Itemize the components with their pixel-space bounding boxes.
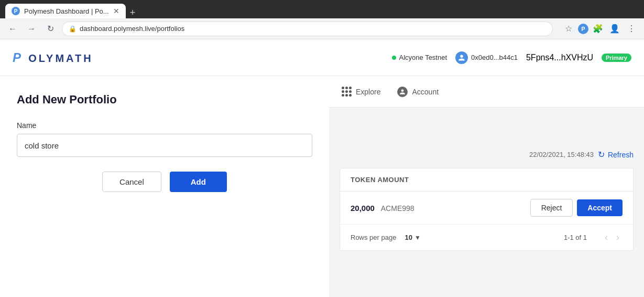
token-table: Token Amount 20,000 ACME998 Reject Accep… bbox=[340, 168, 634, 251]
refresh-button[interactable]: ↻ Refresh bbox=[598, 150, 634, 160]
polymath-logo: P OLYMATH bbox=[13, 50, 93, 65]
name-form-group: Name bbox=[17, 121, 312, 157]
account-nav-icon bbox=[397, 87, 408, 97]
profile-button[interactable]: 👤 bbox=[607, 22, 622, 36]
accept-cell: Accept bbox=[577, 199, 623, 216]
network-name: Alcyone Testnet bbox=[399, 54, 447, 61]
action-bar bbox=[340, 118, 634, 141]
pagination-row: Rows per page 10 ▼ 1-1 of 1 ‹ › bbox=[340, 225, 633, 250]
table-row: 20,000 ACME998 Reject Accept bbox=[340, 192, 633, 225]
token-amount-value: 20,000 bbox=[351, 204, 375, 213]
reject-button[interactable]: Reject bbox=[530, 199, 573, 217]
browser-toolbar: ← → ↻ 🔒 dashboard.polymesh.live/portfoli… bbox=[0, 18, 644, 39]
right-nav: Explore Account bbox=[329, 76, 644, 108]
lock-icon: 🔒 bbox=[69, 25, 77, 33]
url-text: dashboard.polymesh.live/portfolios bbox=[80, 25, 184, 33]
right-content: 22/02/2021, 15:48:43 ↻ Refresh Token Amo… bbox=[329, 108, 644, 297]
grid-icon bbox=[342, 87, 352, 97]
primary-badge: Primary bbox=[602, 54, 631, 62]
token-amount-header: Token Amount bbox=[351, 176, 623, 184]
explore-nav-item[interactable]: Explore bbox=[340, 82, 383, 101]
prev-page-button[interactable]: ‹ bbox=[602, 231, 611, 244]
rows-per-page-label: Rows per page bbox=[351, 234, 396, 241]
next-page-button[interactable]: › bbox=[613, 231, 623, 244]
header-right: Alcyone Testnet 0x0ed0...b44c1 5Fpns4...… bbox=[392, 51, 632, 64]
network-badge: Alcyone Testnet bbox=[392, 54, 447, 61]
logo-text: P OLYMATH bbox=[13, 50, 93, 65]
main-layout: Add New Portfolio Name Cancel Add Explor… bbox=[0, 76, 644, 297]
add-button[interactable]: Add bbox=[170, 172, 227, 192]
tab-favicon: P bbox=[12, 7, 20, 15]
browser-tabs: P Polymesh Dashboard | Po... ✕ + bbox=[5, 0, 139, 18]
timestamp-row: 22/02/2021, 15:48:43 ↻ Refresh bbox=[340, 150, 634, 160]
refresh-icon: ↻ bbox=[598, 150, 605, 160]
explore-label: Explore bbox=[356, 88, 380, 96]
account-icon bbox=[455, 51, 468, 64]
back-button[interactable]: ← bbox=[5, 22, 20, 36]
accept-button[interactable]: Accept bbox=[577, 199, 623, 216]
modal-title: Add New Portfolio bbox=[17, 93, 312, 107]
tab-close-button[interactable]: ✕ bbox=[113, 7, 119, 15]
rows-count-value: 10 bbox=[405, 234, 412, 241]
browser-chrome: P Polymesh Dashboard | Po... ✕ + bbox=[0, 0, 644, 18]
account-key: 5Fpns4...hXVHzU bbox=[526, 53, 593, 62]
network-status-dot bbox=[392, 56, 396, 60]
token-name-value: ACME998 bbox=[381, 204, 414, 213]
page-navigation: ‹ › bbox=[602, 231, 623, 244]
portfolio-name-input[interactable] bbox=[17, 134, 312, 157]
dropdown-chevron-icon: ▼ bbox=[414, 234, 421, 241]
account-nav-item[interactable]: Account bbox=[395, 82, 441, 101]
toolbar-right: ☆ P 🧩 👤 ⋮ bbox=[561, 22, 639, 36]
new-tab-button[interactable]: + bbox=[126, 7, 140, 18]
right-panel: Explore Account 22/02/2021, 15:48:43 ↻ R… bbox=[329, 76, 644, 297]
cancel-button[interactable]: Cancel bbox=[102, 172, 161, 192]
address-bar[interactable]: 🔒 dashboard.polymesh.live/portfolios bbox=[62, 22, 553, 36]
extensions-button[interactable]: 🧩 bbox=[591, 22, 605, 36]
tab-title: Polymesh Dashboard | Po... bbox=[24, 7, 109, 15]
timestamp: 22/02/2021, 15:48:43 bbox=[529, 151, 594, 158]
forward-button[interactable]: → bbox=[24, 22, 39, 36]
account-address-section: 0x0ed0...b44c1 bbox=[455, 51, 518, 64]
add-portfolio-modal: Add New Portfolio Name Cancel Add bbox=[0, 76, 329, 297]
menu-button[interactable]: ⋮ bbox=[624, 22, 639, 36]
name-label: Name bbox=[17, 121, 312, 130]
form-actions: Cancel Add bbox=[17, 172, 312, 192]
reject-cell: Reject bbox=[530, 199, 577, 217]
table-header: Token Amount bbox=[340, 168, 633, 192]
reload-button[interactable]: ↻ bbox=[43, 22, 58, 36]
bookmark-button[interactable]: ☆ bbox=[561, 22, 576, 36]
page-info: 1-1 of 1 bbox=[564, 234, 587, 241]
account-short-address: 0x0ed0...b44c1 bbox=[471, 54, 518, 61]
polymath-extension-icon[interactable]: P bbox=[578, 24, 588, 34]
account-label: Account bbox=[412, 88, 439, 96]
app-header: P OLYMATH Alcyone Testnet 0x0ed0...b44c1… bbox=[0, 39, 644, 76]
token-amount-cell: 20,000 ACME998 bbox=[351, 204, 530, 213]
rows-dropdown[interactable]: 10 ▼ bbox=[405, 234, 420, 241]
refresh-label: Refresh bbox=[608, 151, 634, 159]
active-tab[interactable]: P Polymesh Dashboard | Po... ✕ bbox=[5, 4, 126, 18]
